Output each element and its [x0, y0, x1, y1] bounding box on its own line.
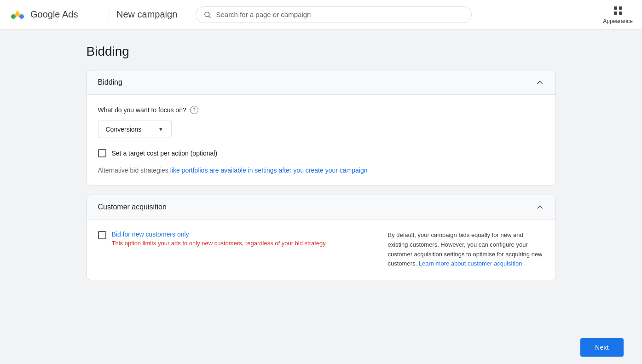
appearance-button[interactable]: Appearance [603, 5, 633, 24]
search-input-wrap[interactable] [196, 6, 472, 23]
new-customers-row: Bid for new customers only This option l… [98, 231, 370, 247]
target-cpa-label: Set a target cost per action (optional) [112, 150, 218, 157]
main-content: Bidding Bidding What do you want to focu… [68, 29, 574, 326]
svg-rect-5 [614, 6, 617, 10]
bidding-card-header: Bidding [87, 70, 555, 95]
svg-rect-6 [619, 6, 622, 10]
next-button[interactable]: Next [580, 338, 624, 357]
customer-acquisition-title: Customer acquisition [98, 203, 167, 211]
svg-line-4 [209, 16, 210, 17]
dropdown-value: Conversions [106, 126, 142, 133]
target-cpa-row: Set a target cost per action (optional) [98, 149, 544, 157]
new-customers-label: Bid for new customers only [112, 231, 326, 238]
customer-acquisition-body: Bid for new customers only This option l… [87, 220, 555, 280]
customer-acquisition-card: Customer acquisition Bid for new custome… [87, 195, 556, 280]
footer: Next [0, 331, 642, 364]
new-customers-checkbox[interactable] [98, 231, 106, 239]
ca-left: Bid for new customers only This option l… [98, 231, 370, 269]
bidding-card-body: What do you want to focus on? ? Conversi… [87, 95, 555, 185]
page-title: Bidding [87, 44, 556, 59]
chevron-down-icon: ▼ [158, 126, 164, 133]
ca-right: By default, your campaign bids equally f… [388, 231, 544, 269]
svg-point-2 [19, 14, 24, 19]
conversions-dropdown[interactable]: Conversions ▼ [98, 121, 172, 138]
new-customers-sublabel: This option limits your ads to only new … [112, 240, 326, 247]
search-bar [196, 6, 472, 23]
header-divider [109, 7, 109, 22]
svg-rect-7 [614, 12, 617, 15]
focus-question: What do you want to focus on? ? [98, 106, 544, 114]
customer-acquisition-card-header: Customer acquisition [87, 195, 555, 220]
learn-more-link[interactable]: Learn more about customer acquisition [419, 260, 522, 267]
alt-bid-text: Alternative bid strategies like portfoli… [98, 167, 544, 174]
customer-acquisition-collapse-icon[interactable] [535, 202, 544, 212]
target-cpa-checkbox[interactable] [98, 149, 106, 157]
bidding-card-title: Bidding [98, 78, 122, 87]
search-icon [203, 11, 211, 19]
appearance-icon [613, 5, 624, 16]
campaign-title: New campaign [116, 9, 177, 20]
help-icon[interactable]: ? [190, 106, 198, 114]
header: Google Ads New campaign Appearance [0, 0, 642, 29]
svg-rect-8 [619, 12, 622, 15]
alt-bid-link[interactable]: like portfolios are available in setting… [170, 167, 368, 174]
logo-text: Google Ads [30, 9, 78, 20]
appearance-label: Appearance [603, 18, 633, 24]
ca-label-group: Bid for new customers only This option l… [112, 231, 326, 247]
bidding-collapse-icon[interactable] [535, 78, 544, 87]
svg-point-1 [11, 14, 16, 19]
search-input[interactable] [216, 11, 464, 18]
bidding-card: Bidding What do you want to focus on? ? … [87, 70, 556, 185]
logo-area: Google Ads [9, 6, 101, 23]
google-ads-logo-icon [9, 6, 26, 23]
